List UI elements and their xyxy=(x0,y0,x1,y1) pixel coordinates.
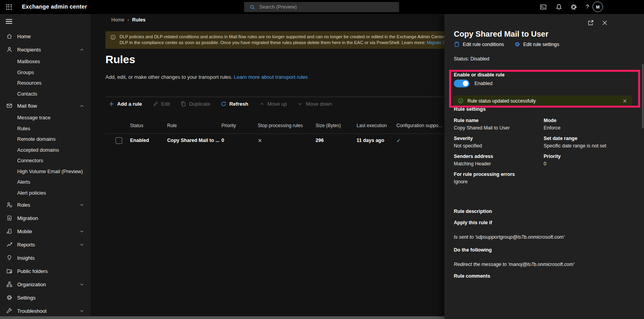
sidebar-item-alerts[interactable]: Alerts xyxy=(0,177,91,188)
column-header-last_execution[interactable]: Last execution xyxy=(357,123,387,128)
setting-priority: Priority0 xyxy=(544,154,634,167)
toolbar-button-label: Duplicate xyxy=(189,101,210,107)
breadcrumb-home-link[interactable]: Home xyxy=(111,17,124,23)
help-icon[interactable]: ? xyxy=(585,3,590,10)
chevron-down-icon[interactable] xyxy=(79,282,84,287)
sidebar-item-recipients[interactable]: Recipients xyxy=(0,43,91,56)
rule-settings-heading: Rule settings xyxy=(454,106,486,112)
horizontal-scrollbar[interactable] xyxy=(0,316,444,319)
sidebar-item-roles[interactable]: Roles xyxy=(0,198,91,211)
row-checkbox[interactable] xyxy=(116,137,122,144)
powershell-terminal-icon[interactable] xyxy=(540,4,547,11)
success-check-icon xyxy=(458,98,464,104)
sidebar-item-label: Contacts xyxy=(17,91,37,97)
sidebar-item-public-folders[interactable]: Public folders xyxy=(0,264,91,278)
setting-value: Matching Header xyxy=(454,161,544,167)
edit-button: Edit xyxy=(153,101,170,107)
clipboard-icon xyxy=(454,41,460,47)
sidebar-item-resources[interactable]: Resources xyxy=(0,78,91,89)
sidebar-item-mailboxes[interactable]: Mailboxes xyxy=(0,56,91,67)
sidebar-item-organization[interactable]: Organization xyxy=(0,278,91,291)
cell-size_bytes: 296 xyxy=(316,138,324,143)
settings-gear-icon[interactable] xyxy=(570,4,577,11)
toggle-knob xyxy=(463,81,468,86)
mobile-icon xyxy=(6,228,12,234)
sidebar-item-rules[interactable]: Rules xyxy=(0,123,91,134)
sidebar-item-label: Mail flow xyxy=(17,103,37,109)
toast-close-icon[interactable] xyxy=(623,99,627,103)
sidebar-item-label: Insights xyxy=(17,255,35,261)
column-header-configuration_support[interactable]: Configuration suppo... xyxy=(396,123,442,128)
account-avatar[interactable]: M xyxy=(592,2,603,12)
chevron-down-icon[interactable] xyxy=(79,308,84,314)
rule-enabled-toggle[interactable] xyxy=(454,80,469,87)
sidebar-item-reports[interactable]: Reports xyxy=(0,238,91,251)
chevron-up-icon[interactable] xyxy=(79,103,84,108)
setting-label: Mode xyxy=(544,118,634,123)
chevron-down-icon[interactable] xyxy=(79,229,84,234)
duplicate-button: Duplicate xyxy=(180,101,210,107)
dlp-warning-line2: DLP in the compliance center as soon as … xyxy=(120,40,444,46)
refresh-button[interactable]: Refresh xyxy=(221,101,248,107)
sidebar-item-accepted-domains[interactable]: Accepted domains xyxy=(0,145,91,156)
pencil-icon xyxy=(153,101,159,107)
sidebar-item-mail-flow[interactable]: Mail flow xyxy=(0,99,91,112)
add-a-rule-button[interactable]: Add a rule xyxy=(109,101,142,107)
app-launcher-icon[interactable] xyxy=(4,2,14,12)
column-header-rule[interactable]: Rule xyxy=(167,123,177,128)
edit-rule-conditions-button[interactable]: Edit rule conditions xyxy=(454,41,504,47)
sidebar-item-troubleshoot[interactable]: Troubleshoot xyxy=(0,304,91,317)
sidebar-item-mobile[interactable]: Mobile xyxy=(0,225,91,238)
reports-icon xyxy=(6,241,12,248)
close-panel-icon[interactable] xyxy=(601,19,608,26)
column-header-priority[interactable]: Priority xyxy=(221,123,236,128)
sidebar-item-home[interactable]: Home xyxy=(0,30,91,43)
sidebar-item-label: Accepted domains xyxy=(17,147,59,153)
migrate-dlp-policies-link[interactable]: Migrate DLP policies xyxy=(427,40,444,45)
sidebar-item-label: Organization xyxy=(17,282,46,287)
column-header-stop_processing_rules[interactable]: Stop processing rules xyxy=(258,123,303,128)
sidebar-item-label: Mobile xyxy=(17,229,32,234)
rules-toolbar: Add a ruleEditDuplicateRefreshMove upMov… xyxy=(109,98,332,109)
sidebar-item-contacts[interactable]: Contacts xyxy=(0,89,91,99)
sidebar-item-label: Public folders xyxy=(17,268,48,274)
sidebar-item-remote-domains[interactable]: Remote domains xyxy=(0,134,91,145)
sidebar-item-label: Home xyxy=(17,34,31,39)
dlp-warning-banner: DLP policies and DLP-related conditions … xyxy=(105,31,444,49)
sidebar-item-label: Resources xyxy=(17,80,41,86)
notifications-bell-icon[interactable] xyxy=(555,4,562,11)
migration-icon xyxy=(6,215,12,221)
chevron-down-icon[interactable] xyxy=(79,202,84,207)
sidebar-item-high-volume-email-preview[interactable]: High Volume Email (Preview) xyxy=(0,166,91,177)
sidebar-item-migration[interactable]: Migration xyxy=(0,211,91,225)
cell-priority: 0 xyxy=(221,138,224,143)
copy-icon xyxy=(180,101,186,107)
learn-more-transport-rules-link[interactable]: Learn more about transport rules xyxy=(234,74,308,80)
table-header-row: StatusRulePriorityStop processing rulesS… xyxy=(105,123,444,131)
enable-toggle-row: Enabled xyxy=(454,80,492,87)
panel-scrollbar[interactable] xyxy=(642,64,644,128)
edit-rule-settings-button[interactable]: Edit rule settings xyxy=(514,41,559,47)
popout-icon[interactable] xyxy=(587,19,594,26)
search-input[interactable] xyxy=(259,4,384,10)
sidebar-item-settings[interactable]: Settings xyxy=(0,291,91,304)
column-header-size_bytes[interactable]: Size (Bytes) xyxy=(316,123,341,128)
setting-set-date-range: Set date rangeSpecific date range is not… xyxy=(544,136,634,149)
sidebar-item-message-trace[interactable]: Message trace xyxy=(0,112,91,123)
sidebar-item-label: Troubleshoot xyxy=(17,308,46,314)
rule-status-line: Status: Disabled xyxy=(454,56,489,62)
table-row[interactable]: EnabledCopy Shared Mail to ...0✕29611 da… xyxy=(105,134,444,148)
sidebar-item-groups[interactable]: Groups xyxy=(0,67,91,78)
sidebar-item-alert-policies[interactable]: Alert policies xyxy=(0,188,91,198)
setting-label: Rule name xyxy=(454,118,544,123)
setting-label: Senders address xyxy=(454,154,544,159)
breadcrumb: Home › Rules xyxy=(111,17,145,23)
sidebar-item-connectors[interactable]: Connectors xyxy=(0,155,91,166)
chevron-up-icon[interactable] xyxy=(79,47,84,52)
chevron-down-icon[interactable] xyxy=(79,242,84,247)
search-bar[interactable] xyxy=(244,2,399,12)
column-header-status[interactable]: Status xyxy=(130,123,143,128)
gear-icon xyxy=(6,294,12,301)
breadcrumb-separator-icon: › xyxy=(127,17,129,23)
sidebar-item-insights[interactable]: Insights xyxy=(0,251,91,264)
